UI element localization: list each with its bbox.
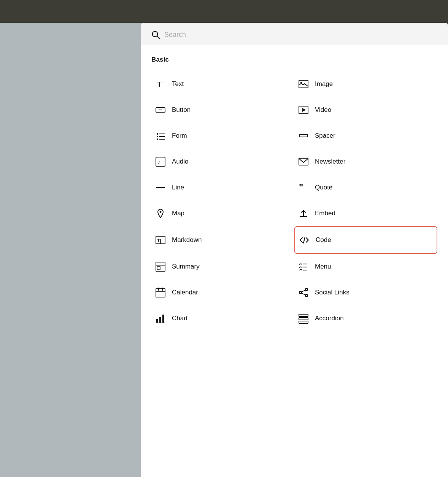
embed-label: Embed — [315, 210, 335, 217]
grid-item-markdown[interactable]: T|Markdown — [151, 226, 294, 254]
audio-icon: ♪ — [154, 156, 167, 168]
calendar-icon — [154, 286, 167, 299]
markdown-label: Markdown — [172, 236, 202, 244]
svg-text:T|: T| — [157, 238, 161, 243]
quote-label: Quote — [315, 184, 332, 191]
button-label: Button — [172, 106, 191, 114]
svg-point-9 — [157, 133, 158, 135]
quote-icon: " — [297, 181, 310, 194]
panel: Basic TTextImageButtonVideoFormSpacer♪Au… — [141, 23, 448, 477]
social-links-label: Social Links — [315, 289, 350, 296]
section-label: Basic — [151, 56, 437, 64]
svg-text:": " — [299, 182, 303, 192]
grid-item-code[interactable]: Code — [294, 226, 437, 254]
svg-rect-42 — [162, 315, 164, 323]
background-left — [0, 23, 145, 477]
grid-item-quote[interactable]: "Quote — [294, 175, 437, 200]
svg-point-37 — [305, 294, 308, 297]
spacer-icon — [297, 130, 310, 142]
svg-rect-15 — [299, 135, 308, 137]
summary-label: Summary — [172, 263, 200, 270]
newsletter-label: Newsletter — [315, 158, 345, 165]
svg-point-36 — [299, 291, 302, 294]
grid-item-audio[interactable]: ♪Audio — [151, 149, 294, 175]
image-icon — [297, 78, 310, 90]
chart-icon — [154, 312, 167, 324]
code-label: Code — [316, 236, 331, 244]
svg-rect-31 — [156, 289, 165, 297]
svg-text:T: T — [157, 80, 162, 89]
svg-point-21 — [160, 211, 162, 213]
text-label: Text — [172, 80, 184, 88]
content-area: Basic TTextImageButtonVideoFormSpacer♪Au… — [141, 45, 448, 469]
svg-point-35 — [305, 288, 308, 291]
svg-rect-44 — [299, 314, 308, 316]
svg-rect-27 — [157, 267, 160, 270]
svg-rect-16 — [156, 157, 165, 166]
grid-item-text[interactable]: TText — [151, 71, 294, 97]
accordion-icon — [297, 312, 310, 324]
chart-label: Chart — [172, 315, 188, 322]
grid-item-embed[interactable]: Embed — [294, 200, 437, 226]
svg-point-13 — [157, 138, 158, 140]
grid-item-chart[interactable]: Chart — [151, 305, 294, 331]
button-icon — [154, 104, 167, 116]
grid-item-image[interactable]: Image — [294, 71, 437, 97]
grid-item-form[interactable]: Form — [151, 123, 294, 149]
svg-rect-41 — [159, 317, 161, 323]
search-bar — [151, 30, 437, 39]
svg-text:♪: ♪ — [158, 159, 160, 165]
svg-line-39 — [302, 293, 305, 295]
grid-item-button[interactable]: Button — [151, 97, 294, 123]
svg-marker-8 — [302, 108, 306, 112]
summary-icon — [154, 261, 167, 273]
grid-item-menu[interactable]: Menu — [294, 254, 437, 280]
svg-line-24 — [303, 237, 305, 243]
text-icon: T — [154, 78, 167, 90]
grid-item-newsletter[interactable]: Newsletter — [294, 149, 437, 175]
markdown-icon: T| — [154, 234, 167, 246]
social-links-icon — [297, 286, 310, 299]
line-label: Line — [172, 184, 184, 191]
newsletter-icon — [297, 156, 310, 168]
grid-item-summary[interactable]: Summary — [151, 254, 294, 280]
code-icon — [298, 234, 310, 246]
svg-rect-46 — [299, 321, 308, 323]
grid-item-accordion[interactable]: Accordion — [294, 305, 437, 331]
svg-point-4 — [300, 82, 302, 83]
video-label: Video — [315, 106, 331, 114]
svg-line-1 — [157, 36, 159, 38]
search-area — [141, 23, 448, 45]
svg-rect-40 — [156, 319, 158, 323]
calendar-label: Calendar — [172, 289, 198, 296]
grid-item-video[interactable]: Video — [294, 97, 437, 123]
search-input[interactable] — [164, 31, 437, 39]
accordion-label: Accordion — [315, 315, 344, 322]
svg-rect-45 — [299, 318, 308, 320]
items-grid: TTextImageButtonVideoFormSpacer♪AudioNew… — [151, 71, 437, 331]
svg-line-38 — [302, 290, 305, 292]
form-label: Form — [172, 132, 187, 140]
map-label: Map — [172, 210, 184, 217]
grid-item-calendar[interactable]: Calendar — [151, 280, 294, 305]
form-icon — [154, 130, 167, 142]
line-icon — [154, 181, 167, 194]
image-label: Image — [315, 80, 333, 88]
svg-point-11 — [157, 136, 158, 137]
video-icon — [297, 104, 310, 116]
map-icon — [154, 207, 167, 219]
spacer-label: Spacer — [315, 132, 335, 140]
grid-item-line[interactable]: Line — [151, 175, 294, 200]
audio-label: Audio — [172, 158, 188, 165]
menu-icon — [297, 261, 310, 273]
menu-label: Menu — [315, 263, 331, 270]
grid-item-social-links[interactable]: Social Links — [294, 280, 437, 305]
search-icon — [151, 30, 160, 39]
grid-item-spacer[interactable]: Spacer — [294, 123, 437, 149]
grid-item-map[interactable]: Map — [151, 200, 294, 226]
embed-icon — [297, 207, 310, 219]
